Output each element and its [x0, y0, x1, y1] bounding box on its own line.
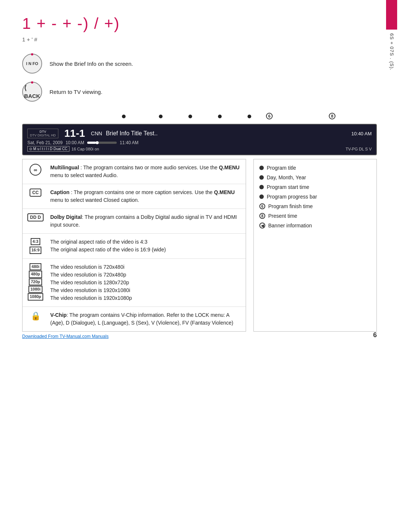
callout-dot-1 [122, 115, 126, 118]
res-480p: 480p [29, 271, 42, 278]
caption-title: Caption [50, 189, 69, 195]
list-item-start-time: Program start time [259, 184, 371, 190]
button-dot [31, 53, 33, 55]
tv-screen-mid-row: Sat, Feb 21, 2009 10:00 AM 11:40 AM [27, 140, 372, 145]
finish-time-label: Program finish time [268, 203, 313, 209]
caption-icon-cell: CC [26, 189, 45, 197]
resolution-stack: 480i 480p 720p 1080i 1080p [28, 263, 43, 301]
info-button-label: I N FO [26, 61, 38, 66]
res-desc-480i: The video resolution is 720x480i [50, 263, 242, 271]
progress-bar-label: Program progress bar [267, 194, 317, 200]
day-month-label: Day, Month, Year [267, 174, 306, 180]
tv-screen-bottom-row: ⊙ M u l t i l i D Dual CC 16 Cap 080i on… [27, 146, 372, 152]
list-item-progress-bar: Program progress bar [259, 194, 371, 200]
dolby-icon-cell: DD D [26, 213, 45, 221]
badge-text: DTV DIGITAL HD [30, 133, 56, 137]
caption-icon: CC [30, 189, 41, 197]
footer-link[interactable]: Downloaded From TV-Manual.com Manuals [22, 334, 109, 339]
res-720p: 720p [29, 278, 42, 285]
callout-dot-2 [159, 115, 163, 118]
page-footer: Downloaded From TV-Manual.com Manuals 6 [22, 331, 377, 339]
list-item-present-time: 8 Present time [259, 213, 371, 219]
lock-icon: 🔒 [31, 311, 41, 321]
bullet-banner-info: ◀ [259, 223, 265, 228]
dolby-title: Dolby Digital [50, 214, 82, 220]
sidebar-text: 6S + 07S . (S). [389, 33, 395, 71]
button-dot2 [31, 81, 33, 84]
badge-icons: DTV [40, 130, 46, 133]
rating-text: TV-PG DL S V [345, 147, 372, 151]
multilingual-icon-cell: ∞ [26, 164, 45, 176]
annotations-section: ∞ Multilingual : The program contains tw… [22, 159, 377, 332]
callout-dot-6: 6 [266, 113, 273, 119]
progress-bar-container [87, 142, 117, 144]
vchip-title: V-Chip [50, 312, 66, 318]
dolby-desc: Dolby Digital: The program contains a Do… [50, 213, 242, 229]
rating-info: TV-PG DL S V [345, 147, 372, 151]
tv-screen-section: 6 8 DTV DTV DIGITAL HD 11-1 CNN [22, 113, 377, 155]
table-row-vchip: 🔒 V-Chip: The program contains V-Chip in… [23, 307, 246, 331]
back-button[interactable]: ⟨BACK [22, 82, 42, 102]
sidebar-red-block [386, 0, 397, 30]
info-button[interactable]: I N FO [22, 54, 42, 74]
right-sidebar: 6S + 07S . (S). [384, 0, 399, 346]
aspect-icon-cell: 4:3 16:9 [26, 238, 45, 254]
resolution-info: 16 Cap 080i on [72, 147, 99, 151]
res-desc-480p: The video resolution is 720x480p [50, 271, 242, 279]
callout-dot-3 [188, 115, 192, 118]
res-480i: 480i [30, 263, 41, 270]
q-menu-ref-2: Q.MENU [214, 189, 235, 195]
multilingual-icon: ∞ [30, 164, 41, 176]
bullet-program-title [259, 166, 264, 170]
multilingual-title: Multilingual [50, 165, 79, 170]
aspect-43-icon: 4:3 [31, 238, 40, 245]
channel-name: CNN [91, 131, 102, 136]
table-row-multilingual: ∞ Multilingual : The program contains tw… [23, 159, 246, 184]
q-menu-ref-1: Q.MENU [219, 165, 239, 170]
list-item-banner-info: ◀ Banner information [259, 223, 371, 228]
back-button-row: ⟨BACK Return to TV viewing. [22, 82, 377, 102]
callout-dot-4 [218, 115, 222, 118]
res-desc-1080p: The video resolution is 1920x1080p [50, 294, 242, 302]
start-time-label: Program start time [267, 184, 309, 190]
dolby-icon: DD D [27, 213, 43, 221]
table-row-caption: CC Caption : The program contains one or… [23, 184, 246, 209]
resolution-desc: The video resolution is 720x480i The vid… [50, 263, 242, 302]
table-row-aspect: 4:3 16:9 The original aspect ratio of th… [23, 234, 246, 259]
callout-dots-area: 6 8 [22, 113, 377, 124]
table-row-dolby: DD D Dolby Digital: The program contains… [23, 209, 246, 234]
tv-date: Sat, Feb 21, 2009 [27, 140, 62, 145]
bullet-present-time: 8 [259, 213, 265, 219]
tv-screen: DTV DTV DIGITAL HD 11-1 CNN Brief Info T… [22, 124, 377, 155]
channel-badge: DTV DTV DIGITAL HD [27, 129, 58, 138]
banner-info-label: Banner information [268, 223, 312, 228]
vchip-icon-cell: 🔒 [26, 311, 45, 321]
res-1080p: 1080p [28, 293, 43, 300]
list-item-program-title: Program title [259, 165, 371, 171]
aspect-169-icon: 16:9 [30, 247, 41, 254]
progress-bar [87, 142, 117, 144]
bullet-day-month [259, 175, 264, 180]
back-button-label: ⟨BACK [24, 84, 40, 100]
info-button-row: I N FO Show the Brief Info on the screen… [22, 54, 377, 74]
audio-badge-text: ⊙ M u l t i l i D Dual CC [29, 147, 68, 151]
present-time-label: Present time [268, 213, 297, 219]
bullet-finish-time: 6 [259, 203, 265, 209]
page-subtitle: 1 + ' # [22, 36, 377, 43]
caption-desc: Caption : The program contains one or mo… [50, 189, 242, 204]
channel-number: 11-1 [64, 128, 85, 139]
page-number: 6 [373, 331, 377, 339]
list-item-finish-time: 6 Program finish time [259, 203, 371, 209]
tv-time-end: 11:40 AM [120, 140, 139, 145]
progress-fill [87, 142, 96, 144]
audio-badge: ⊙ M u l t i l i D Dual CC [27, 146, 69, 152]
resolution-icon-cell: 480i 480p 720p 1080i 1080p [26, 263, 45, 301]
aspect-43-desc: The original aspect ratio of the video i… [50, 238, 242, 246]
table-row-resolution: 480i 480p 720p 1080i 1080p The video res… [23, 259, 246, 307]
info-button-description: Show the Brief Info on the screen. [50, 61, 133, 67]
progress-dot [96, 141, 99, 144]
right-annotation-list: Program title Day, Month, Year Program s… [253, 159, 377, 332]
callout-dot-5 [248, 115, 251, 118]
res-desc-720p: The video resolution is 1280x720p [50, 279, 242, 287]
bullet-start-time [259, 185, 264, 189]
